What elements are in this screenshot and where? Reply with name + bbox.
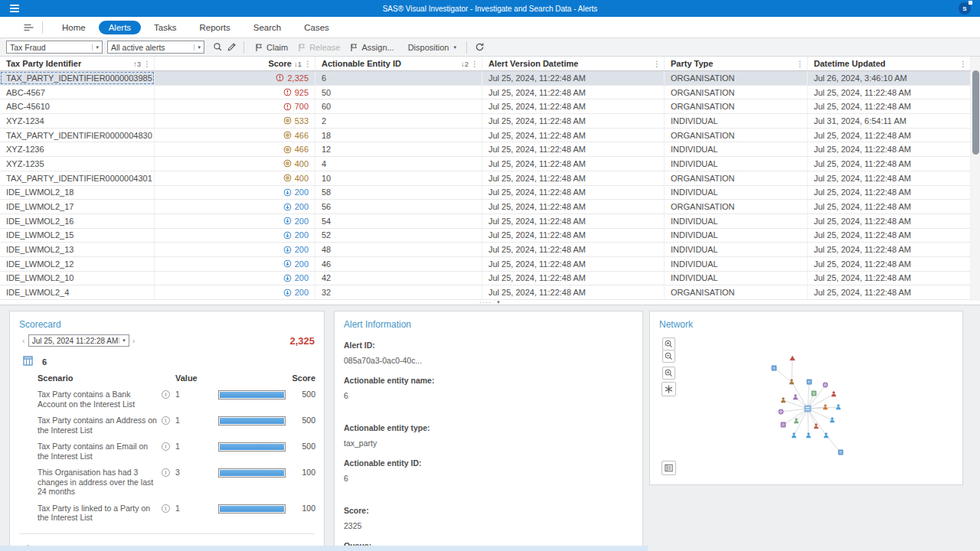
saved-search-icon[interactable] xyxy=(211,41,224,54)
info-icon[interactable]: i xyxy=(162,442,170,451)
zoom-fit-button[interactable] xyxy=(662,367,675,380)
info-icon[interactable]: i xyxy=(162,416,170,425)
refresh-icon[interactable] xyxy=(472,41,486,54)
network-node[interactable] xyxy=(830,417,835,422)
scenario-value: 1 xyxy=(175,390,215,399)
network-hub-node[interactable] xyxy=(805,406,812,412)
column-menu-icon[interactable]: ⋮ xyxy=(796,60,804,68)
zoom-out-button[interactable] xyxy=(662,350,675,363)
table-row[interactable]: TAX_PARTY_IDENTIFIER000000483046618Jul 2… xyxy=(0,129,971,143)
nav-tab-tasks[interactable]: Tasks xyxy=(144,21,186,34)
party-type-cell: INDIVIDUAL xyxy=(665,157,808,171)
nav-tab-search[interactable]: Search xyxy=(243,21,291,34)
user-avatar[interactable]: S xyxy=(959,2,971,15)
network-edge xyxy=(808,394,834,409)
scorecard-sections: 6ScenarioValueScoreTax Party contains a … xyxy=(10,356,324,551)
relayout-button[interactable] xyxy=(662,382,676,396)
column-menu-icon[interactable]: ⋮ xyxy=(471,60,479,68)
table-row[interactable]: ABC-4561070060Jul 25, 2024, 11:22:48 AMO… xyxy=(0,99,971,114)
column-header-tax-party-identifier[interactable]: Tax Party Identifier↑3⋮ xyxy=(0,57,155,70)
table-row[interactable]: ABC-456792550Jul 25, 2024, 11:22:48 AMOR… xyxy=(0,86,971,100)
table-row[interactable]: IDE_LWMOL2_1520052Jul 25, 2024, 11:22:48… xyxy=(0,229,971,243)
alert-datetime-cell: Jul 25, 2024, 11:22:48 AM xyxy=(482,171,665,185)
claim-button[interactable]: Claim xyxy=(250,41,292,54)
column-header-score[interactable]: Score↓1⋮ xyxy=(155,57,315,70)
column-header-alert-version-datetime[interactable]: Alert Version Datetime⋮ xyxy=(482,57,665,70)
scenario-name: Tax Party contains an Address on the Int… xyxy=(38,416,158,435)
table-row[interactable]: XYZ-123646612Jul 25, 2024, 11:22:48 AMIN… xyxy=(0,142,971,157)
nav-tab-alerts[interactable]: Alerts xyxy=(99,21,141,34)
column-menu-icon[interactable]: ⋮ xyxy=(959,60,967,68)
disposition-button[interactable]: Disposition ▾ xyxy=(403,41,461,54)
network-node[interactable] xyxy=(831,391,836,396)
entity-id-cell: 42 xyxy=(315,272,482,285)
assign-button[interactable]: Assign... xyxy=(345,41,398,54)
updated-datetime-cell: Jul 25, 2024, 11:22:48 AM xyxy=(808,272,971,285)
info-icon[interactable]: i xyxy=(162,390,170,399)
network-node[interactable] xyxy=(793,394,798,399)
table-row[interactable]: IDE_LWMOL2_1720056Jul 25, 2024, 11:22:48… xyxy=(0,200,971,214)
table-row[interactable]: IDE_LWMOL2_1820058Jul 25, 2024, 11:22:48… xyxy=(0,186,971,201)
release-button[interactable]: Release xyxy=(292,41,345,54)
alert-type-select[interactable]: Tax Fraud ▾ xyxy=(6,41,103,54)
alert-filter-select[interactable]: All active alerts ▾ xyxy=(107,41,204,54)
horizontal-scroll-strip[interactable] xyxy=(0,546,648,551)
table-row[interactable]: TAX_PARTY_IDENTIFIER00000039852,3256Jul … xyxy=(0,71,971,86)
identifier-cell: XYZ-1236 xyxy=(0,142,155,156)
table-row[interactable]: IDE_LWMOL2_1320048Jul 25, 2024, 11:22:48… xyxy=(0,243,971,257)
nav-tab-home[interactable]: Home xyxy=(52,21,96,34)
next-version-icon[interactable]: › xyxy=(129,336,139,345)
score-bar xyxy=(218,442,286,452)
previous-version-icon[interactable]: ‹ xyxy=(19,336,28,345)
updated-datetime-cell: Jul 25, 2024, 11:22:48 AM xyxy=(808,229,971,243)
nav-tab-reports[interactable]: Reports xyxy=(190,21,240,34)
table-scrollbar[interactable] xyxy=(971,57,980,301)
updated-datetime-cell: Jul 25, 2024, 11:22:48 AM xyxy=(808,186,971,200)
network-graph[interactable] xyxy=(650,311,962,484)
nav-tab-cases[interactable]: Cases xyxy=(294,21,339,34)
network-node[interactable] xyxy=(806,432,811,438)
network-node[interactable] xyxy=(807,380,812,385)
score-cell: 200 xyxy=(155,186,315,200)
edit-filter-icon[interactable] xyxy=(224,41,238,54)
score-cell: 700 xyxy=(155,99,315,113)
network-node[interactable] xyxy=(792,432,796,438)
column-header-actionable-entity-id[interactable]: Actionable Entity ID↓2⋮ xyxy=(315,57,482,70)
scrollbar-thumb[interactable] xyxy=(972,70,979,155)
table-row[interactable]: IDE_LWMOL2_1620054Jul 25, 2024, 11:22:48… xyxy=(0,214,971,229)
table-row[interactable]: IDE_LWMOL2_1020042Jul 25, 2024, 11:22:48… xyxy=(0,272,971,286)
updated-datetime-cell: Jul 26, 2024, 3:46:10 AM xyxy=(808,71,971,85)
column-menu-icon[interactable]: ⋮ xyxy=(304,60,312,68)
network-node[interactable] xyxy=(838,450,844,455)
column-header-datetime-updated[interactable]: Datetime Updated⋮ xyxy=(808,57,971,70)
network-node[interactable] xyxy=(789,355,795,360)
entity-id-cell: 32 xyxy=(315,285,482,299)
table-row[interactable]: XYZ-12345332Jul 25, 2024, 11:22:48 AMIND… xyxy=(0,114,971,129)
network-node[interactable] xyxy=(789,379,794,384)
table-row[interactable]: IDE_LWMOL2_1220046Jul 25, 2024, 11:22:48… xyxy=(0,257,971,272)
score-version-select[interactable]: Jul 25, 2024 11:22:28 AM ▾ xyxy=(28,334,129,347)
table-row[interactable]: XYZ-12354004Jul 25, 2024, 11:22:48 AMIND… xyxy=(0,157,971,171)
column-menu-icon[interactable]: ⋮ xyxy=(653,60,661,68)
field-value: 2325 xyxy=(344,521,633,530)
network-node[interactable] xyxy=(781,397,786,403)
network-node[interactable] xyxy=(772,366,777,371)
network-node[interactable] xyxy=(814,423,818,429)
zoom-in-button[interactable] xyxy=(662,337,675,350)
identifier-cell: IDE_LWMOL2_12 xyxy=(0,257,155,271)
network-node[interactable] xyxy=(823,383,828,388)
party-type-cell: INDIVIDUAL xyxy=(665,272,808,285)
page-list-icon[interactable] xyxy=(23,23,34,32)
column-menu-icon[interactable]: ⋮ xyxy=(143,60,151,68)
divider xyxy=(466,41,467,54)
network-node[interactable] xyxy=(779,409,784,415)
column-header-party-type[interactable]: Party Type⋮ xyxy=(665,57,808,70)
table-row[interactable]: TAX_PARTY_IDENTIFIER000000430140010Jul 2… xyxy=(0,171,971,186)
info-icon[interactable]: i xyxy=(162,468,170,477)
network-node[interactable] xyxy=(812,391,817,396)
legend-button[interactable] xyxy=(662,461,676,475)
network-node[interactable] xyxy=(781,422,786,428)
severity-high-icon xyxy=(283,103,292,111)
info-icon[interactable]: i xyxy=(162,504,170,513)
app-menu-icon[interactable] xyxy=(9,4,20,13)
